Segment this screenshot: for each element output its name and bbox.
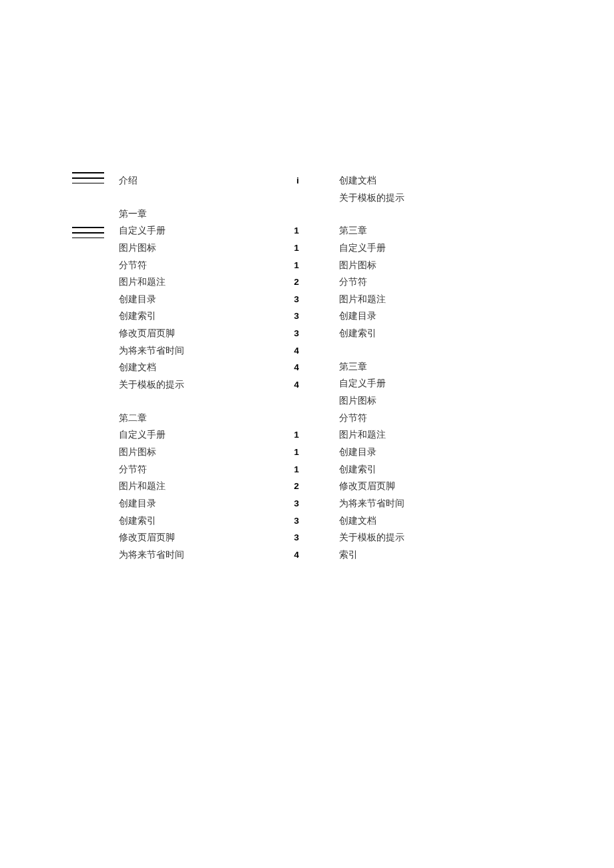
line — [72, 177, 104, 179]
toc-page-number: 1 — [294, 444, 299, 461]
toc-page-number: i — [296, 172, 299, 189]
toc-row: 自定义手册 — [339, 375, 473, 392]
toc-label: 创建目录 — [119, 495, 156, 512]
toc-row: 创建目录 — [339, 308, 473, 325]
spacer — [119, 189, 299, 205]
toc-label: 图片图标 — [119, 444, 156, 461]
toc-label: 为将来节省时间 — [339, 495, 404, 512]
spacer — [339, 342, 473, 358]
decorative-lines-side — [72, 227, 104, 242]
toc-page-number: 3 — [294, 308, 299, 325]
toc-group: 创建文档 关于模板的提示 — [339, 172, 473, 206]
toc-row: 自定义手册 — [339, 240, 473, 257]
toc-row: 图片和题注 2 — [119, 478, 299, 495]
toc-page-number: 4 — [294, 359, 299, 376]
toc-row: 关于模板的提示 4 — [119, 376, 299, 394]
line — [72, 183, 104, 183]
line — [72, 172, 104, 173]
toc-column-right: 创建文档 关于模板的提示 第三章 自定义手册 图片图标 分节符 — [339, 172, 473, 563]
toc-page-number: 2 — [294, 274, 299, 291]
toc-page-number: 1 — [294, 257, 299, 274]
line — [72, 232, 104, 234]
toc-label: 图片图标 — [339, 392, 376, 410]
toc-row: 创建索引 — [339, 461, 473, 478]
toc-row: 图片图标 — [339, 392, 473, 410]
toc-label: 自定义手册 — [119, 222, 166, 240]
toc-heading: 第一章 — [119, 205, 299, 223]
toc-label: 修改页眉页脚 — [339, 478, 395, 495]
toc-group: 第二章 自定义手册 1 图片图标 1 分节符 1 图片和题注 2 — [119, 410, 299, 564]
toc-row: 创建文档 4 — [119, 359, 299, 376]
toc-row: 创建目录 — [339, 444, 473, 461]
toc-row: 修改页眉页脚 3 — [119, 325, 299, 342]
toc-group: 第一章 自定义手册 1 图片图标 1 分节符 1 图片和题注 2 — [119, 205, 299, 394]
toc-label: 图片和题注 — [339, 426, 386, 444]
toc-label: 分节符 — [339, 410, 367, 427]
toc-label: 图片图标 — [119, 240, 156, 257]
toc-label: 图片和题注 — [339, 291, 386, 308]
toc-page-number: 2 — [294, 478, 299, 495]
toc-row: 创建索引 — [339, 325, 473, 342]
toc-page-number: 3 — [294, 529, 299, 546]
toc-group: 第三章 自定义手册 图片图标 分节符 图片和题注 创建目录 创建索引 — [339, 358, 473, 564]
toc-content: 介绍 i 第一章 自定义手册 1 图片图标 1 分节符 1 — [119, 172, 574, 563]
toc-row: 图片和题注 — [339, 426, 473, 444]
toc-label: 创建目录 — [339, 308, 376, 325]
toc-page-number: 4 — [294, 546, 299, 564]
toc-row: 创建文档 — [339, 172, 473, 189]
line — [72, 238, 104, 238]
toc-label: 图片图标 — [339, 257, 376, 274]
toc-page-number: 3 — [294, 291, 299, 308]
toc-row: 关于模板的提示 — [339, 529, 473, 546]
spacer — [339, 206, 473, 222]
toc-label: 自定义手册 — [339, 240, 386, 257]
toc-row: 创建目录 3 — [119, 291, 299, 308]
toc-row: 创建索引 3 — [119, 308, 299, 325]
toc-row: 为将来节省时间 4 — [119, 342, 299, 360]
toc-row: 创建文档 — [339, 512, 473, 530]
toc-label: 创建文档 — [119, 359, 156, 376]
toc-row: 为将来节省时间 — [339, 495, 473, 512]
toc-group: 第三章 自定义手册 图片图标 分节符 图片和题注 创建目录 创建索引 — [339, 222, 473, 342]
toc-label: 为将来节省时间 — [119, 342, 184, 360]
toc-row: 创建索引 3 — [119, 512, 299, 530]
toc-page-number: 4 — [294, 376, 299, 394]
toc-page-number: 3 — [294, 325, 299, 342]
toc-label: 分节符 — [119, 257, 147, 274]
toc-label: 创建目录 — [339, 444, 376, 461]
toc-label: 介绍 — [119, 172, 137, 189]
toc-label: 创建目录 — [119, 291, 156, 308]
toc-row: 图片和题注 — [339, 291, 473, 308]
toc-row: 图片和题注 2 — [119, 274, 299, 291]
toc-page-number: 3 — [294, 512, 299, 530]
toc-page-number: 1 — [294, 426, 299, 444]
toc-label: 关于模板的提示 — [119, 376, 184, 394]
toc-row: 自定义手册 1 — [119, 222, 299, 240]
toc-label: 修改页眉页脚 — [119, 325, 175, 342]
toc-label: 自定义手册 — [339, 375, 386, 392]
line — [72, 227, 104, 228]
toc-row: 分节符 1 — [119, 461, 299, 478]
toc-heading: 第三章 — [339, 222, 473, 240]
toc-row: 分节符 1 — [119, 257, 299, 274]
toc-row: 关于模板的提示 — [339, 189, 473, 207]
toc-column-left: 介绍 i 第一章 自定义手册 1 图片图标 1 分节符 1 — [119, 172, 299, 563]
toc-label: 创建文档 — [339, 172, 376, 189]
toc-page: 介绍 i 第一章 自定义手册 1 图片图标 1 分节符 1 — [0, 0, 614, 563]
decorative-lines-top — [72, 172, 104, 187]
toc-label: 为将来节省时间 — [119, 546, 184, 564]
toc-label: 关于模板的提示 — [339, 529, 404, 546]
toc-heading: 第二章 — [119, 410, 299, 427]
toc-page-number: 1 — [294, 222, 299, 240]
toc-row: 分节符 — [339, 410, 473, 427]
toc-label: 修改页眉页脚 — [119, 529, 175, 546]
toc-row: 分节符 — [339, 274, 473, 291]
toc-row: 图片图标 — [339, 257, 473, 274]
toc-label: 索引 — [339, 546, 358, 564]
toc-label: 图片和题注 — [119, 478, 166, 495]
toc-label: 分节符 — [119, 461, 147, 478]
toc-label: 创建索引 — [119, 512, 156, 530]
toc-label: 分节符 — [339, 274, 367, 291]
toc-row: 修改页眉页脚 3 — [119, 529, 299, 546]
toc-row: 图片图标 1 — [119, 444, 299, 461]
